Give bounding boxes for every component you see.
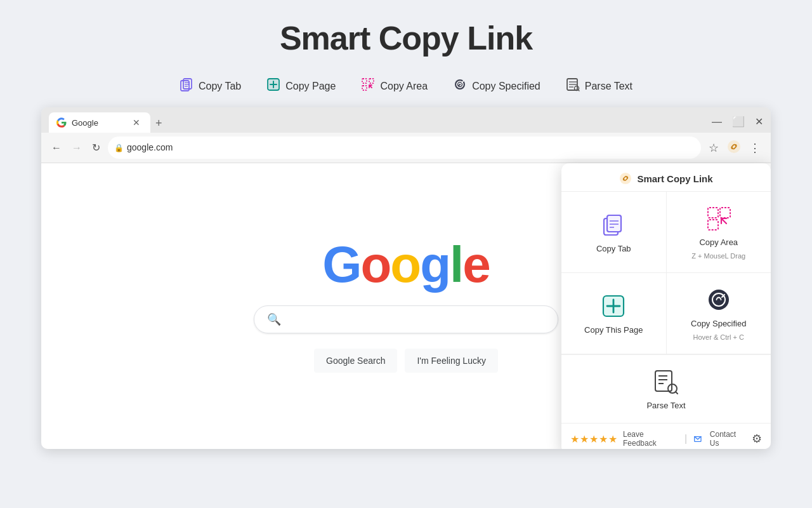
- svg-point-21: [620, 173, 631, 184]
- popup-footer: ★★★★★ Leave Feedback | Contact Us ⚙: [561, 423, 771, 449]
- popup-copy-specified-icon: [705, 286, 733, 314]
- svg-rect-9: [362, 79, 367, 83]
- google-favicon: [56, 117, 67, 128]
- nav-parse-text-label: Parse Text: [585, 81, 632, 92]
- svg-point-20: [728, 140, 740, 153]
- svg-line-40: [676, 392, 678, 394]
- tab-title: Google: [72, 118, 98, 128]
- copy-page-icon: [266, 77, 280, 95]
- browser-tab[interactable]: Google ✕: [49, 112, 150, 133]
- page-title: Smart Copy Link: [0, 0, 812, 70]
- toolbar-icons: ☆ ⋮: [706, 138, 763, 157]
- popup-copy-area-label: Copy Area: [699, 237, 738, 247]
- popup-parse-text[interactable]: Parse Text: [561, 354, 771, 423]
- nav-copy-specified[interactable]: Copy Specified: [453, 77, 540, 95]
- google-buttons: Google Search I'm Feeling Lucky: [314, 349, 498, 373]
- nav-copy-specified-label: Copy Specified: [472, 81, 540, 92]
- smart-copy-link-popup: Smart Copy Link Copy Tab: [561, 163, 771, 449]
- contact-us-link[interactable]: Contact Us: [710, 430, 747, 448]
- google-search-button[interactable]: Google Search: [314, 349, 397, 373]
- contact-icon: [693, 434, 702, 443]
- top-nav: Copy Tab Copy Page Copy Area: [0, 70, 812, 107]
- svg-rect-29: [720, 208, 730, 218]
- popup-copy-tab[interactable]: Copy Tab: [561, 192, 666, 272]
- bookmark-icon[interactable]: ☆: [706, 138, 721, 157]
- forward-button[interactable]: →: [69, 140, 84, 156]
- popup-title: Smart Copy Link: [637, 173, 712, 184]
- leave-feedback-link[interactable]: Leave Feedback: [623, 430, 678, 448]
- nav-copy-page-label: Copy Page: [285, 81, 336, 92]
- address-wrapper: 🔒 google.com: [108, 137, 701, 159]
- svg-rect-11: [369, 79, 374, 83]
- popup-header: Smart Copy Link: [561, 163, 771, 192]
- popup-copy-specified-sub: Hover & Ctrl + C: [693, 333, 744, 341]
- nav-copy-tab[interactable]: Copy Tab: [180, 77, 241, 95]
- google-search-input[interactable]: [286, 314, 545, 325]
- google-search-box[interactable]: 🔍: [254, 305, 558, 333]
- window-controls: — ⬜ ✕: [712, 116, 763, 133]
- nav-copy-page[interactable]: Copy Page: [266, 77, 336, 95]
- browser-window: Google ✕ + — ⬜ ✕ ← → ↻ 🔒 google.com ☆: [41, 107, 771, 449]
- popup-parse-text-icon: [652, 368, 680, 396]
- nav-copy-tab-label: Copy Tab: [199, 81, 241, 92]
- copy-tab-icon: [180, 77, 193, 95]
- popup-copy-tab-icon: [599, 211, 627, 239]
- lock-icon: 🔒: [114, 144, 124, 152]
- popup-parse-text-label: Parse Text: [646, 401, 685, 410]
- svg-rect-10: [362, 86, 367, 90]
- nav-copy-area-label: Copy Area: [380, 81, 428, 92]
- parse-text-icon: [566, 77, 580, 95]
- url-display[interactable]: google.com: [108, 137, 701, 159]
- copy-specified-icon: [453, 77, 467, 95]
- chain-icon: [727, 140, 741, 154]
- popup-copy-page[interactable]: Copy This Page: [561, 273, 666, 354]
- popup-copy-area-icon: [705, 204, 733, 232]
- feeling-lucky-button[interactable]: I'm Feeling Lucky: [405, 349, 498, 373]
- browser-content: Google 🔍 Google Search I'm Feeling Lucky…: [41, 163, 771, 449]
- smart-copy-link-toolbar-button[interactable]: [725, 138, 743, 157]
- svg-rect-23: [607, 215, 621, 232]
- search-icon: 🔍: [267, 312, 281, 326]
- browser-chrome: Google ✕ + — ⬜ ✕: [41, 107, 771, 133]
- svg-rect-27: [708, 208, 718, 218]
- nav-parse-text[interactable]: Parse Text: [566, 77, 632, 95]
- popup-logo-icon: [619, 172, 632, 185]
- svg-rect-28: [708, 220, 718, 230]
- popup-copy-tab-label: Copy Tab: [596, 244, 631, 253]
- settings-icon[interactable]: ⚙: [752, 432, 762, 446]
- close-button[interactable]: ✕: [755, 116, 763, 128]
- address-bar: ← → ↻ 🔒 google.com ☆ ⋮: [41, 133, 771, 163]
- back-button[interactable]: ←: [49, 140, 64, 156]
- popup-copy-area[interactable]: Copy Area Z + MouseL Drag: [667, 192, 771, 272]
- svg-point-33: [709, 290, 729, 310]
- minimize-button[interactable]: —: [712, 116, 722, 128]
- reload-button[interactable]: ↻: [89, 139, 103, 156]
- more-options-icon[interactable]: ⋮: [747, 138, 763, 157]
- popup-copy-page-label: Copy This Page: [584, 325, 643, 335]
- popup-copy-specified-label: Copy Specified: [691, 319, 746, 328]
- new-tab-button[interactable]: +: [150, 114, 167, 133]
- svg-rect-35: [655, 371, 672, 391]
- popup-copy-page-icon: [599, 292, 627, 320]
- popup-copy-area-sub: Z + MouseL Drag: [691, 252, 745, 260]
- tab-close-button[interactable]: ✕: [133, 117, 140, 128]
- google-logo: Google: [322, 239, 490, 290]
- popup-grid: Copy Tab Copy Area Z + MouseL Drag: [561, 192, 771, 423]
- star-rating: ★★★★★: [570, 433, 618, 445]
- copy-area-icon: [361, 77, 375, 95]
- maximize-button[interactable]: ⬜: [732, 116, 745, 128]
- svg-line-19: [578, 90, 579, 91]
- nav-copy-area[interactable]: Copy Area: [361, 77, 428, 95]
- popup-copy-specified[interactable]: Copy Specified Hover & Ctrl + C: [667, 273, 771, 354]
